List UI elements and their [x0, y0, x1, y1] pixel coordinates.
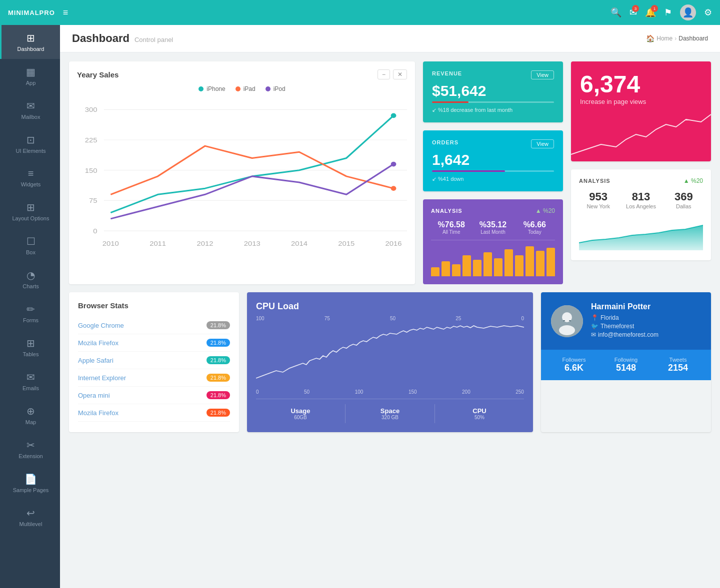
breadcrumb-current: Dashboard — [678, 35, 708, 42]
map-icon: ⊕ — [26, 405, 35, 417]
sidebar-item-extension[interactable]: ✂ Extension — [0, 432, 60, 466]
svg-text:2014: 2014 — [291, 240, 308, 247]
chart-title: Yeary Sales — [77, 70, 118, 79]
breadcrumb-home[interactable]: Home — [656, 35, 672, 42]
cpu-chart-svg — [256, 323, 524, 383]
home-icon: 🏠 — [646, 34, 654, 42]
followers-label: Followers — [548, 357, 600, 363]
cpu-title: CPU Load — [256, 301, 524, 312]
page-title-group: Dashboard Control panel — [72, 32, 173, 45]
svg-point-18 — [391, 186, 396, 191]
search-icon[interactable]: 🔍 — [610, 7, 622, 18]
browser-badge-firefox: 21.8% — [206, 339, 230, 347]
profile-avatar — [551, 305, 583, 337]
sidebar-item-box[interactable]: ☐ Box — [0, 228, 60, 262]
city-dallas: 369 Dallas — [664, 190, 703, 209]
svg-rect-25 — [569, 320, 571, 321]
orders-label: ORDERS — [432, 139, 458, 145]
profile-location: 📍 Florida — [591, 314, 658, 321]
legend-dot-ipod — [266, 86, 270, 91]
sidebar-item-dashboard[interactable]: ⊞ Dashboard — [0, 25, 60, 59]
bar-3 — [452, 264, 460, 276]
today-label: Today — [514, 229, 555, 235]
sidebar-item-emails[interactable]: ✉ Emails — [0, 364, 60, 398]
tables-icon: ⊞ — [26, 337, 35, 349]
sidebar-item-multilevel[interactable]: ↩ Multilevel — [0, 500, 60, 534]
profile-card: Harmaini Potter 📍 Florida 🐦 Themeforest … — [541, 292, 711, 432]
sidebar-item-mailbox[interactable]: ✉ Mailbox — [0, 93, 60, 127]
browser-name-firefox: Mozila Firefox — [78, 339, 118, 347]
svg-text:2015: 2015 — [338, 240, 354, 247]
sidebar-label-sample-pages: Sample Pages — [13, 487, 49, 493]
page-header: Dashboard Control panel 🏠 Home › Dashboa… — [60, 25, 720, 52]
topnav-right: 🔍 ✉3 🔔1 ⚑ 👤 ⚙ — [610, 4, 712, 20]
sidebar: ⊞ Dashboard ▦ App ✉ Mailbox ⊡ UI Element… — [0, 25, 60, 588]
lastmonth-value: %35.12 — [472, 220, 513, 229]
chart-minimize-button[interactable]: − — [378, 69, 390, 79]
newyork-label: New York — [579, 203, 618, 209]
orders-bar-fill — [432, 170, 505, 172]
sidebar-item-charts[interactable]: ◔ Charts — [0, 262, 60, 296]
revenue-change: ↙ %18 decrease from last month — [432, 107, 554, 113]
profile-twitter: 🐦 Themeforest — [591, 323, 658, 330]
svg-text:2012: 2012 — [196, 240, 213, 247]
location-text: Florida — [600, 314, 619, 321]
space-label: Space — [348, 407, 432, 415]
analysis2-up: ▲ %20 — [684, 177, 703, 184]
sidebar-item-forms[interactable]: ✏ Forms — [0, 296, 60, 330]
orders-view-button[interactable]: View — [531, 139, 554, 148]
cpu-stats: Usage 60GB Space 320 GB CPU 50% — [256, 399, 524, 423]
browser-badge-safari: 21.8% — [206, 356, 230, 364]
bar-11 — [536, 251, 544, 276]
avatar-svg — [551, 305, 583, 337]
analysis-header: ANALYSIS ▲ %20 — [431, 207, 555, 214]
profile-stat-tweets: Tweets 2154 — [652, 357, 704, 373]
chart-legend: iPhone iPad iPod — [77, 85, 407, 92]
bar-6 — [484, 252, 492, 276]
sidebar-label-forms: Forms — [23, 317, 38, 323]
browser-item-safari: Apple Safari 21.8% — [78, 352, 230, 369]
browser-name-safari: Apple Safari — [78, 357, 114, 364]
flag-icon[interactable]: ⚑ — [664, 7, 672, 18]
revenue-label: REVENUE — [432, 70, 462, 76]
svg-text:225: 225 — [85, 136, 98, 144]
widgets-icon: ≡ — [28, 168, 34, 179]
revenue-bar — [432, 101, 554, 103]
sidebar-item-widgets[interactable]: ≡ Widgets — [0, 161, 60, 194]
newyork-value: 953 — [579, 190, 618, 203]
location-icon: 📍 — [591, 314, 598, 321]
chart-close-button[interactable]: ✕ — [393, 69, 407, 79]
alltime-value: %76.58 — [431, 220, 472, 229]
user-avatar[interactable]: 👤 — [680, 4, 696, 20]
usage-sub: 60GB — [259, 415, 342, 420]
tweets-value: 2154 — [652, 363, 704, 373]
sidebar-item-ui-elements[interactable]: ⊡ UI Elements — [0, 127, 60, 161]
sidebar-label-extension: Extension — [18, 453, 42, 459]
analysis-up: ▲ %20 — [536, 207, 555, 214]
mail-icon[interactable]: ✉3 — [630, 7, 637, 18]
browser-name-opera: Opera mini — [78, 392, 110, 399]
topnav-left: MINIMALPRO ≡ — [8, 7, 68, 18]
usage-label: Usage — [259, 407, 342, 415]
sidebar-item-app[interactable]: ▦ App — [0, 59, 60, 93]
bell-icon[interactable]: 🔔1 — [645, 7, 656, 18]
browser-item-ie: Internet Explorer 21.8% — [78, 369, 230, 387]
layout-wrapper: ⊞ Dashboard ▦ App ✉ Mailbox ⊡ UI Element… — [0, 25, 720, 588]
cpu-sub: 50% — [438, 415, 521, 420]
sidebar-item-sample-pages[interactable]: 📄 Sample Pages — [0, 466, 60, 500]
hamburger-menu-button[interactable]: ≡ — [63, 7, 68, 18]
pageviews-desc: Increase in page views — [580, 98, 702, 105]
revenue-view-button[interactable]: View — [531, 70, 554, 79]
dallas-value: 369 — [664, 190, 703, 203]
following-value: 5148 — [600, 363, 652, 373]
chart-controls: − ✕ — [378, 69, 407, 79]
sidebar-item-tables[interactable]: ⊞ Tables — [0, 330, 60, 364]
analysis-card: ANALYSIS ▲ %20 %76.58 All Time %35.12 La… — [423, 199, 563, 284]
box-icon: ☐ — [26, 235, 36, 247]
la-label: Los Angeles — [622, 203, 660, 209]
settings-icon[interactable]: ⚙ — [704, 7, 712, 18]
pageviews-card: 6,374 Increase in page views — [571, 61, 711, 161]
sidebar-item-layout[interactable]: ⊞ Layout Options — [0, 194, 60, 228]
browser-name-firefox2: Mozila Firefox — [78, 409, 118, 417]
sidebar-item-map[interactable]: ⊕ Map — [0, 398, 60, 432]
